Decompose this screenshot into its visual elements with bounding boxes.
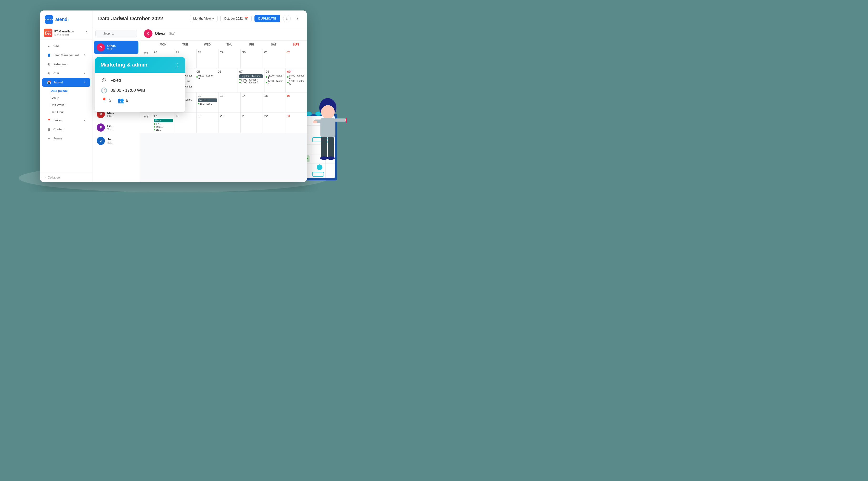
user-icon: 👤 — [47, 53, 51, 57]
cal-cell-19[interactable]: 19 — [196, 113, 218, 133]
cal-cell-22[interactable]: 22 — [262, 113, 285, 133]
week-col-header — [140, 40, 152, 49]
staff-role-je: Sta... — [107, 141, 114, 144]
submenu-data-jadwal[interactable]: Data jadwal — [51, 87, 90, 94]
lokasi-icon: 📍 — [47, 118, 51, 122]
popup-time-row: 🕐 09:00 - 17:00 WIB — [100, 88, 180, 94]
schedule-bar-regular: Regular Office hour — [239, 74, 263, 78]
cal-cell-06[interactable]: 06 — [216, 68, 238, 92]
popup-stats-row: 📍 3 👥 6 — [100, 97, 180, 104]
company-avatar: garasiLABS — [44, 29, 53, 37]
calendar-row-w3: W3 17 l hour 08:0... Toko... 18:... 18 1… — [140, 113, 307, 133]
staff-role-olivia: Staff — [107, 48, 116, 51]
cal-cell-16[interactable]: 16 — [285, 92, 307, 113]
cal-cell-05[interactable]: 05 08:00 · Kantor A — [195, 68, 216, 92]
view-selector[interactable]: Monthy View ▾ — [190, 15, 218, 22]
cal-cell-30[interactable]: 30 — [240, 49, 262, 68]
submenu-hari-libur[interactable]: Hari Libur — [51, 109, 90, 116]
cal-cell-23[interactable]: 23 — [285, 113, 307, 133]
staff-stat: 👥 6 — [117, 97, 128, 104]
staff-item-olivia[interactable]: O Olivia Staff — [94, 41, 138, 54]
svg-point-35 — [320, 156, 328, 160]
cal-cell-14[interactable]: 14 — [240, 92, 262, 113]
sidebar-item-lokasi[interactable]: 📍 Lokasi ∨ — [42, 116, 90, 125]
popup-time-value: 09:00 - 17:00 WIB — [111, 88, 145, 93]
popup-menu-icon[interactable]: ⋮ — [175, 62, 180, 68]
sidebar-item-user-management[interactable]: 👤 User Management ∧ — [42, 51, 90, 60]
cal-cell-12[interactable]: 12 Next h... 18:1 · Lor... — [196, 92, 218, 113]
staff-role-fe: Sta... — [107, 128, 114, 131]
logo-icon: garasi LABS — [45, 15, 53, 24]
staff-item-je[interactable]: J Je... Sta... — [94, 134, 138, 147]
svg-rect-34 — [328, 137, 334, 158]
cal-cell-02[interactable]: 02 — [285, 49, 307, 68]
cal-cell-07[interactable]: 07 Regular Office hour 08:00 · Kantor A … — [238, 68, 264, 92]
cal-cell-15[interactable]: 15 — [262, 92, 285, 113]
collapse-button[interactable]: ‹ Collapse — [40, 173, 92, 182]
sidebar-item-forms[interactable]: ≡ Forms — [42, 134, 90, 143]
jadwal-submenu: Data jadwal Group Unit Waktu Hari Libur — [40, 87, 92, 116]
cal-cell-01[interactable]: 01 — [262, 49, 285, 68]
cal-cell-28[interactable]: 28 — [196, 49, 218, 68]
entry-05-1: 08:00 · Kantor A — [196, 74, 215, 80]
search-box: 🔍 — [92, 27, 140, 40]
popup-type-value: Fixed — [111, 78, 121, 83]
staff-count: 6 — [126, 98, 128, 103]
header-wed: WED — [196, 40, 218, 49]
staff-item-fe[interactable]: F Fe... Sta... — [94, 121, 138, 134]
popup-title: Marketing & admin — [100, 62, 148, 68]
staff-name-je: Je... — [107, 138, 114, 141]
sidebar-item-content[interactable]: ▦ Content — [42, 125, 90, 134]
more-options-button[interactable]: ⋮ — [293, 15, 301, 22]
svg-rect-30 — [334, 118, 346, 122]
sidebar-item-cuti[interactable]: ◎ Cuti ∨ — [42, 69, 90, 78]
entry-07-2: 17:00 · Kantor A — [239, 81, 263, 84]
info-button[interactable]: ℹ — [283, 15, 291, 22]
content-icon: ▦ — [47, 127, 51, 131]
company-info: PT. Garasilabs Maria admin — [54, 30, 83, 36]
svg-rect-33 — [321, 137, 327, 158]
svg-point-36 — [327, 156, 335, 160]
vibe-icon: ✦ — [47, 44, 51, 48]
schedule-bar-next: Next h... — [198, 98, 217, 102]
sidebar-item-vibe[interactable]: ✦ Vibe — [42, 42, 90, 51]
jadwal-icon: 📅 — [47, 81, 51, 84]
header-tue: TUE — [174, 40, 196, 49]
sidebar-item-jadwal[interactable]: 📅 Jadwal ∧ — [42, 78, 90, 87]
avatar-je: J — [97, 137, 105, 145]
svg-point-26 — [321, 105, 335, 119]
entry-17-2: Toko... — [154, 126, 173, 128]
app-window: garasi LABS atendi garasiLABS PT. Garasi… — [40, 10, 307, 182]
calendar-header: MON TUE WED THU FRI SAT SUN — [140, 40, 307, 49]
date-badge[interactable]: October 2022 📅 — [220, 15, 252, 22]
cal-cell-21[interactable]: 21 — [240, 113, 262, 133]
forms-icon: ≡ — [47, 137, 51, 141]
header-fri: FRI — [240, 40, 262, 49]
location-count: 3 — [109, 98, 112, 103]
entry-08-2: 17:00 · Kantor A — [266, 80, 284, 85]
sidebar-item-kehadiran[interactable]: ◎ Kehadiran — [42, 60, 90, 69]
page-header: Data Jadwal October 2022 Monthy View ▾ O… — [92, 10, 307, 27]
submenu-unit-waktu[interactable]: Unit Waktu — [51, 101, 90, 109]
cal-cell-09[interactable]: 09 08:00 · Kantor A 17:00 · Kantor A — [285, 68, 307, 92]
search-input[interactable] — [95, 30, 137, 37]
popup-type-row: ⏱ Fixed — [100, 78, 180, 84]
popup-header: Marketing & admin ⋮ — [95, 57, 185, 73]
entry-17-1: 08:0... — [154, 123, 173, 125]
svg-point-17 — [317, 164, 322, 170]
cal-cell-13[interactable]: 13 — [218, 92, 241, 113]
company-menu-icon[interactable]: ⋮ — [85, 31, 88, 35]
company-role: Maria admin — [54, 33, 83, 36]
cal-cell-18[interactable]: 18 — [174, 113, 196, 133]
cal-cell-08[interactable]: 08 08:00 · Kantor A 17:00 · Kantor A — [264, 68, 286, 92]
submenu-group[interactable]: Group — [51, 94, 90, 101]
selected-staff-role: Staff — [169, 32, 176, 35]
dropdown-chevron-icon: ▾ — [212, 17, 214, 20]
entry-12-1: 18:1 · Lor... — [198, 102, 217, 105]
cal-cell-20[interactable]: 20 — [218, 113, 241, 133]
cal-cell-17[interactable]: 17 l hour 08:0... Toko... 18:... — [152, 113, 174, 133]
svg-rect-20 — [327, 138, 333, 140]
duplicate-button[interactable]: DUPLICATE — [254, 15, 280, 22]
svg-point-25 — [319, 98, 336, 118]
cal-cell-29[interactable]: 29 — [218, 49, 241, 68]
